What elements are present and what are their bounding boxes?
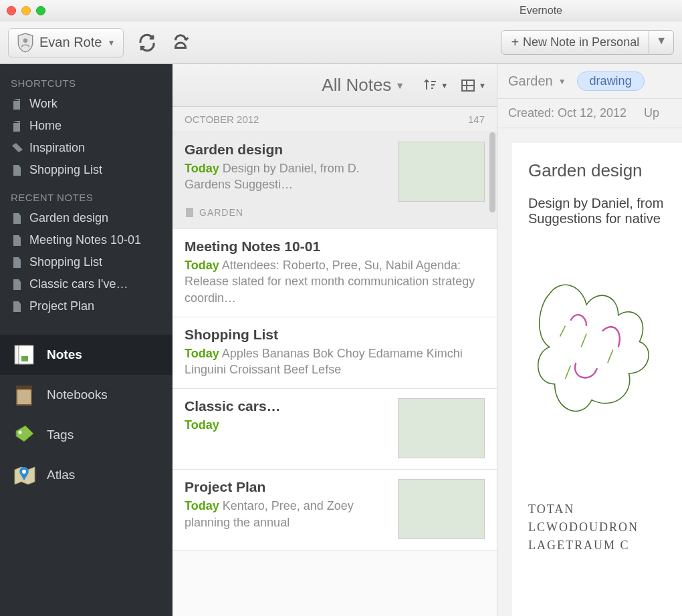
group-count: 147 bbox=[468, 114, 485, 125]
sidebar-recent-item[interactable]: Shopping List bbox=[0, 251, 173, 273]
note-sketch-image bbox=[528, 247, 666, 500]
note-list-title-dropdown[interactable]: All Notes ▼ bbox=[322, 75, 405, 96]
note-icon bbox=[11, 278, 23, 291]
sidebar-recent-item[interactable]: Classic cars I've… bbox=[0, 273, 173, 295]
shield-icon bbox=[17, 33, 34, 53]
notebooks-icon bbox=[11, 381, 37, 408]
account-name: Evan Rote bbox=[39, 35, 102, 50]
group-month-label: OCTOBER 2012 bbox=[185, 114, 259, 125]
sidebar-recent-item[interactable]: Meeting Notes 10-01 bbox=[0, 229, 173, 251]
note-card-date: Today bbox=[185, 162, 219, 175]
view-button[interactable]: ▼ bbox=[460, 78, 486, 94]
sidebar-nav-label: Notes bbox=[47, 347, 82, 362]
note-document[interactable]: Garden design Design by Daniel, from Sug… bbox=[512, 143, 682, 616]
sidebar-item-label: Inspiration bbox=[29, 141, 85, 155]
sidebar-item-label: Garden design bbox=[29, 211, 108, 225]
sidebar-nav-tags[interactable]: Tags bbox=[0, 415, 173, 455]
note-card-snippet: Today Kentaro, Pree, and Zoey planning t… bbox=[185, 498, 390, 530]
note-card-snippet: Today Apples Bananas Bok Choy Edamame Ki… bbox=[185, 345, 485, 378]
note-list-header: All Notes ▼ ▼ ▼ bbox=[173, 64, 497, 107]
sidebar-item-label: Home bbox=[29, 119, 62, 133]
sidebar-nav-label: Atlas bbox=[47, 468, 75, 482]
chevron-down-icon: ▼ bbox=[441, 82, 448, 90]
sidebar-shortcut-item[interactable]: Home bbox=[0, 115, 173, 137]
sidebar-shortcut-item[interactable]: Work bbox=[0, 93, 173, 115]
app-title: Evernote bbox=[407, 5, 675, 17]
note-list-body[interactable]: Garden designToday Design by Daniel, fro… bbox=[173, 132, 497, 616]
new-note-button-group: + New Note in Personal ▼ bbox=[501, 30, 674, 55]
notebook-icon bbox=[185, 207, 195, 218]
sidebar-section-shortcuts: SHORTCUTS bbox=[0, 73, 173, 93]
note-icon bbox=[11, 142, 23, 155]
activity-icon[interactable] bbox=[170, 33, 191, 53]
sidebar-item-label: Project Plan bbox=[29, 299, 94, 313]
plus-icon: + bbox=[511, 35, 519, 50]
atlas-icon bbox=[11, 462, 37, 488]
tag-pill[interactable]: drawing bbox=[577, 71, 645, 91]
sidebar-shortcut-item[interactable]: Shopping List bbox=[0, 159, 173, 181]
scrollbar[interactable] bbox=[489, 132, 495, 212]
sidebar: SHORTCUTS WorkHomeInspirationShopping Li… bbox=[0, 64, 173, 616]
notebook-selector[interactable]: Garden ▼ bbox=[508, 73, 566, 89]
new-note-dropdown[interactable]: ▼ bbox=[649, 30, 674, 55]
notes-icon bbox=[11, 341, 37, 368]
sidebar-nav-notes[interactable]: Notes bbox=[0, 335, 173, 375]
minimize-window-icon[interactable] bbox=[21, 6, 31, 15]
note-icon bbox=[11, 120, 23, 133]
close-window-icon[interactable] bbox=[7, 6, 16, 15]
note-card-date: Today bbox=[185, 259, 219, 272]
sync-icon[interactable] bbox=[137, 33, 157, 53]
note-icon bbox=[11, 164, 23, 177]
svg-point-0 bbox=[23, 38, 27, 42]
chevron-down-icon: ▼ bbox=[558, 77, 566, 86]
note-card-title: Garden design bbox=[185, 142, 390, 158]
note-card-date: Today bbox=[185, 418, 219, 432]
chevron-down-icon: ▼ bbox=[656, 35, 667, 46]
note-card[interactable]: Project PlanToday Kentaro, Pree, and Zoe… bbox=[173, 470, 497, 551]
window-controls bbox=[7, 6, 45, 15]
note-body-text[interactable]: Design by Daniel, from Suggestions for n… bbox=[528, 196, 666, 226]
svg-rect-12 bbox=[186, 208, 193, 217]
note-card-title: Classic cars… bbox=[185, 398, 390, 414]
note-thumbnail bbox=[398, 142, 485, 202]
note-card-date: Today bbox=[185, 499, 219, 512]
tags-icon bbox=[11, 422, 37, 448]
note-card[interactable]: Meeting Notes 10-01Today Attendees: Robe… bbox=[173, 229, 497, 317]
zoom-window-icon[interactable] bbox=[36, 6, 45, 15]
sidebar-nav-notebooks[interactable]: Notebooks bbox=[0, 375, 173, 415]
sidebar-shortcut-item[interactable]: Inspiration bbox=[0, 137, 173, 159]
sidebar-nav-label: Notebooks bbox=[47, 388, 108, 402]
sidebar-nav-atlas[interactable]: Atlas bbox=[0, 455, 173, 495]
sidebar-section-recent: RECENT NOTES bbox=[0, 188, 173, 207]
note-card[interactable]: Classic cars…Today bbox=[173, 389, 497, 470]
note-title[interactable]: Garden design bbox=[528, 160, 666, 181]
note-card-snippet: Today Attendees: Roberto, Pree, Su, Nabi… bbox=[185, 257, 485, 306]
svg-rect-3 bbox=[21, 356, 28, 361]
chevron-down-icon: ▼ bbox=[395, 80, 405, 91]
sidebar-item-label: Shopping List bbox=[29, 255, 102, 269]
note-icon bbox=[11, 256, 23, 269]
note-icon bbox=[11, 212, 23, 225]
note-detail-panel: Garden ▼ drawing Created: Oct 12, 2012 U… bbox=[497, 64, 682, 616]
sort-button[interactable]: ▼ bbox=[422, 78, 448, 94]
created-date: Created: Oct 12, 2012 bbox=[508, 106, 627, 120]
note-list-panel: All Notes ▼ ▼ ▼ OCTOBER 2012 147 Garden … bbox=[173, 64, 497, 616]
sidebar-recent-item[interactable]: Project Plan bbox=[0, 295, 173, 317]
note-card[interactable]: Shopping ListToday Apples Bananas Bok Ch… bbox=[173, 317, 497, 390]
note-icon bbox=[11, 300, 23, 313]
svg-point-8 bbox=[22, 470, 26, 474]
note-card-title: Shopping List bbox=[185, 327, 485, 343]
chevron-down-icon: ▼ bbox=[479, 82, 486, 90]
sort-icon bbox=[422, 78, 438, 94]
sidebar-recent-item[interactable]: Garden design bbox=[0, 207, 173, 229]
tag-label: drawing bbox=[590, 74, 632, 88]
new-note-button[interactable]: + New Note in Personal bbox=[501, 30, 649, 55]
sidebar-item-label: Work bbox=[29, 97, 58, 111]
note-card-title: Meeting Notes 10-01 bbox=[185, 239, 485, 255]
note-detail-infobar: Garden ▼ drawing bbox=[497, 64, 682, 99]
note-card[interactable]: Garden designToday Design by Daniel, fro… bbox=[173, 132, 497, 229]
updated-date: Up bbox=[644, 106, 659, 120]
account-button[interactable]: Evan Rote ▼ bbox=[8, 28, 124, 57]
toolbar: Evan Rote ▼ + New Note in Personal ▼ bbox=[0, 21, 682, 64]
note-card-date: Today bbox=[185, 347, 219, 360]
